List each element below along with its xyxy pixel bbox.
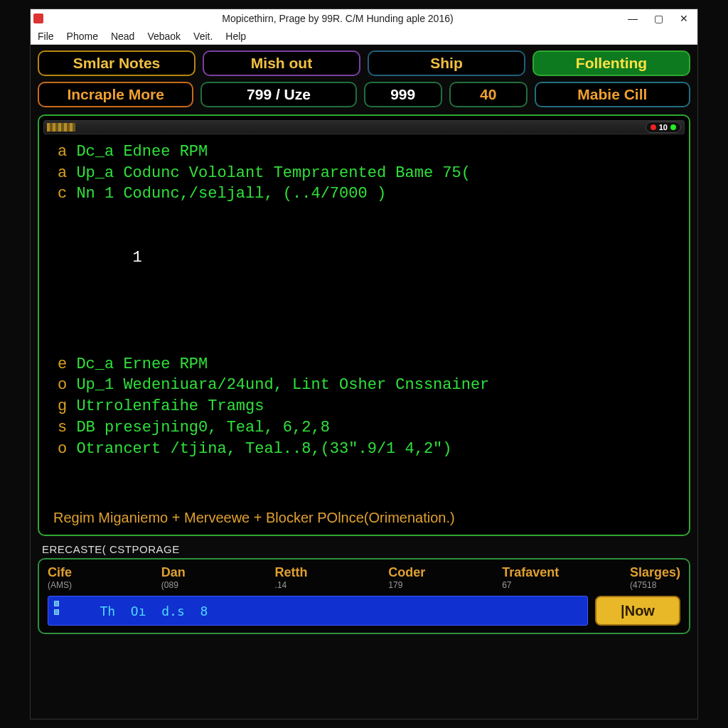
- storage-panel: Cife (AMS) Dan (089 Retth .14 Coder 179 …: [38, 558, 690, 634]
- line-tag: o: [58, 440, 67, 458]
- stat-coder: Coder 179: [388, 565, 431, 590]
- status-indicator: 10: [646, 122, 681, 133]
- app-icon: [33, 14, 43, 23]
- cursor-line: 1: [58, 247, 670, 269]
- minimize-button[interactable]: —: [626, 12, 639, 25]
- terminal-footer: Regim Miganiemo + Merveewe + Blocker POl…: [43, 504, 685, 530]
- line-tag: c: [58, 185, 67, 203]
- line-text: Utrrolenfaihe Tramgs: [76, 397, 264, 415]
- menu-vebaok[interactable]: Vebaok: [147, 31, 181, 42]
- stat-trafavent: Trafavent 67: [502, 565, 559, 590]
- close-button[interactable]: ✕: [678, 12, 690, 25]
- menu-veit[interactable]: Veit.: [193, 31, 213, 42]
- progress-text: Th Oı d.s 8: [77, 604, 208, 619]
- btn-mabie-cill[interactable]: Mabie Cill: [535, 82, 690, 107]
- storage-stats: Cife (AMS) Dan (089 Retth .14 Coder 179 …: [48, 565, 680, 590]
- line-text: Nn 1 Codunc,/seljall, (..4/7000 ): [76, 185, 386, 203]
- stat-cife: Cife (AMS): [48, 565, 90, 590]
- record-dot-icon: [651, 124, 656, 130]
- progress-bar[interactable]: ▧▧ Th Oı d.s 8: [48, 596, 588, 626]
- menu-file[interactable]: File: [38, 31, 54, 42]
- field-999[interactable]: 999: [364, 82, 442, 107]
- ok-dot-icon: [670, 124, 676, 130]
- menu-nead[interactable]: Nead: [111, 31, 134, 42]
- btn-ship[interactable]: Ship: [368, 50, 525, 76]
- btn-mish-out[interactable]: Mish out: [203, 50, 360, 76]
- line-tag: o: [58, 376, 67, 394]
- line-tag: g: [58, 397, 67, 415]
- btn-follenting[interactable]: Follenting: [532, 50, 690, 76]
- stat-retth: Retth .14: [275, 565, 318, 590]
- toolbar: Smlar Notes Mish out Ship Follenting Inc…: [31, 45, 697, 110]
- line-text: Up_1 Wedeniuara/24und, Lint Osher Cnssna…: [76, 376, 489, 394]
- field-40[interactable]: 40: [449, 82, 528, 107]
- now-button[interactable]: |Now: [595, 596, 680, 626]
- menu-phome[interactable]: Phome: [67, 31, 98, 42]
- line-text: Up_a Codunc Vololant Temprarented Bame 7…: [76, 164, 471, 182]
- status-value: 10: [659, 123, 668, 132]
- terminal-header-icon: [47, 123, 75, 132]
- menu-help[interactable]: Help: [225, 31, 246, 42]
- btn-incraple-more[interactable]: Incraple More: [38, 82, 193, 107]
- stat-slarges: Slarges) (47518: [630, 565, 680, 590]
- storage-label: ERECASTE( CSTPORAGE: [42, 543, 686, 555]
- menubar: File Phome Nead Vebaok Veit. Help: [31, 28, 697, 45]
- terminal-header: 10: [43, 120, 685, 134]
- main-window: Mopicethirn, Prage by 99R. C/M Hunding a…: [30, 9, 698, 719]
- btn-smlar-notes[interactable]: Smlar Notes: [38, 50, 196, 76]
- field-799-uze[interactable]: 799 / Uze: [200, 82, 356, 107]
- line-tag: e: [58, 355, 67, 373]
- line-text: DB presejning0, Teal, 6,2,8: [76, 419, 329, 437]
- line-text: Dc_a Ednee RPM: [76, 143, 208, 161]
- line-text: Dc_a Ernee RPM: [76, 355, 208, 373]
- line-tag: a: [58, 143, 67, 161]
- terminal-output: a Dc_a Ednee RPM a Up_a Codunc Vololant …: [43, 134, 685, 504]
- terminal-panel: 10 a Dc_a Ednee RPM a Up_a Codunc Volola…: [38, 114, 690, 536]
- line-tag: a: [58, 164, 67, 182]
- maximize-button[interactable]: ▢: [652, 12, 665, 25]
- progress-glyph-icon: ▧▧: [54, 599, 59, 616]
- window-title: Mopicethirn, Prage by 99R. C/M Hunding a…: [49, 13, 626, 24]
- stat-dan: Dan (089: [161, 565, 204, 590]
- line-tag: s: [58, 419, 67, 437]
- titlebar: Mopicethirn, Prage by 99R. C/M Hunding a…: [31, 9, 697, 28]
- line-text: Otrancert /tjina, Teal..8,(33".9/1 4,2"): [76, 440, 451, 458]
